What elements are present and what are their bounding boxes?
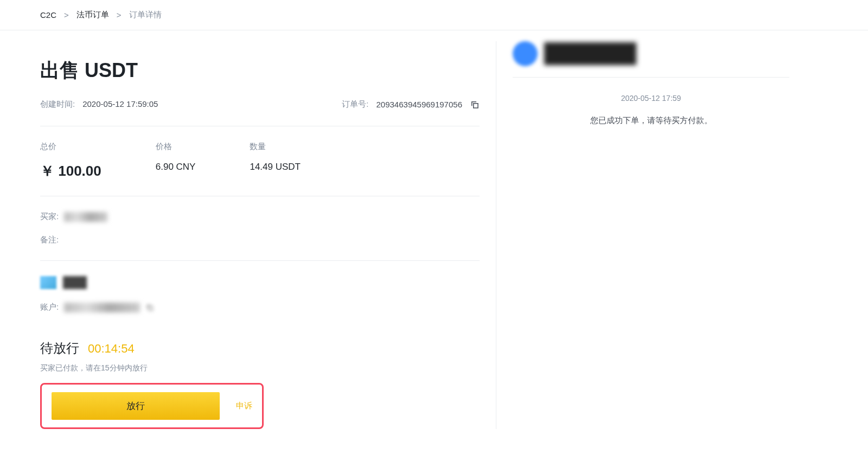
buyer-name-redacted	[64, 212, 107, 222]
order-summary: 总价 ￥ 100.00 价格 6.90 CNY 数量 14.49 USDT	[40, 126, 480, 196]
chevron-right-icon: >	[64, 10, 69, 20]
payment-section: 账户:	[40, 261, 480, 318]
chevron-right-icon: >	[117, 10, 122, 20]
breadcrumb: C2C > 法币订单 > 订单详情	[0, 0, 868, 30]
status-title: 待放行	[40, 340, 79, 357]
copy-icon[interactable]	[470, 100, 480, 110]
created-time-value: 2020-05-12 17:59:05	[82, 99, 158, 110]
action-highlight: 放行 申诉	[40, 383, 264, 429]
status-hint: 买家已付款，请在15分钟内放行	[40, 363, 480, 373]
order-detail-panel: 出售 USDT 创建时间: 2020-05-12 17:59:05 订单号: 2…	[40, 30, 496, 429]
order-number-label: 订单号:	[342, 99, 368, 110]
chat-panel: 2020-05-12 17:59 您已成功下单，请等待买方付款。	[513, 30, 789, 429]
unit-price-label: 价格	[156, 142, 196, 152]
created-time-label: 创建时间:	[40, 99, 75, 110]
breadcrumb-fiat-orders[interactable]: 法币订单	[76, 10, 109, 20]
amount-value: 14.49 USDT	[250, 162, 301, 172]
chat-timestamp: 2020-05-12 17:59	[513, 94, 789, 103]
page-title: 出售 USDT	[40, 57, 480, 84]
breadcrumb-order-detail: 订单详情	[129, 10, 162, 20]
svg-rect-1	[149, 306, 152, 310]
account-label: 账户:	[40, 302, 59, 312]
countdown-timer: 00:14:54	[88, 342, 135, 356]
breadcrumb-c2c[interactable]: C2C	[40, 10, 56, 20]
release-button[interactable]: 放行	[52, 392, 220, 420]
account-value-redacted	[64, 303, 140, 312]
payment-method-name-redacted	[63, 276, 87, 289]
amount-label: 数量	[250, 142, 301, 152]
payment-method-icon	[40, 276, 56, 289]
appeal-link[interactable]: 申诉	[236, 401, 252, 411]
copy-icon[interactable]	[145, 303, 154, 312]
order-number-value: 2093463945969197056	[376, 100, 462, 109]
status-section: 待放行 00:14:54 买家已付款，请在15分钟内放行 放行 申诉	[40, 318, 480, 429]
avatar	[513, 41, 538, 66]
total-price-label: 总价	[40, 142, 101, 152]
remark-label: 备注:	[40, 235, 59, 244]
chat-system-message: 您已成功下单，请等待买方付款。	[513, 116, 789, 126]
counterparty-name-redacted	[544, 42, 636, 65]
svg-rect-0	[474, 103, 478, 107]
buyer-label: 买家:	[40, 212, 59, 222]
unit-price-value: 6.90 CNY	[156, 162, 196, 172]
total-price-value: ￥ 100.00	[40, 162, 101, 181]
buyer-section: 买家: 备注:	[40, 196, 480, 261]
chat-header	[513, 41, 789, 78]
order-meta-row: 创建时间: 2020-05-12 17:59:05 订单号: 209346394…	[40, 99, 480, 126]
